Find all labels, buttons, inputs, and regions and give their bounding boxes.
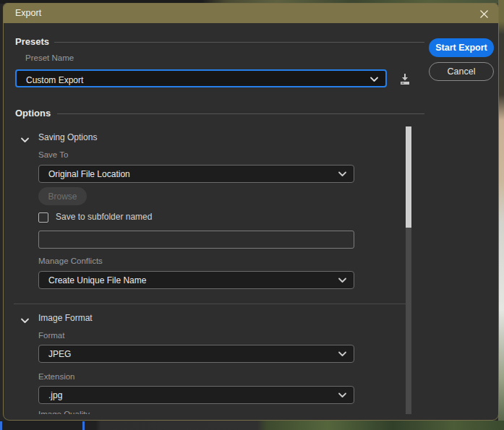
save-preset-button[interactable] <box>398 73 412 89</box>
extension-value: .jpg <box>48 390 62 400</box>
options-divider <box>57 113 424 114</box>
scrollbar[interactable] <box>406 126 411 414</box>
image-format-collapse-toggle[interactable] <box>20 314 30 327</box>
chevron-down-icon <box>338 392 347 399</box>
chevron-down-icon <box>20 137 30 144</box>
background-accent-mark <box>0 421 2 430</box>
export-dialog: Export Presets Start Export Cancel Prese… <box>3 3 499 421</box>
preset-name-select[interactable]: Custom Export <box>15 69 387 87</box>
subfolder-checkbox[interactable] <box>38 212 48 223</box>
background-accent-mark <box>82 421 85 430</box>
manage-conflicts-label: Manage Conflicts <box>38 257 103 265</box>
extension-label: Extension <box>38 372 75 381</box>
subfolder-checkbox-label: Save to subfolder named <box>56 212 152 222</box>
options-heading: Options <box>15 108 51 119</box>
saving-options-section-label: Saving Options <box>38 132 97 142</box>
save-to-value: Original File Location <box>48 169 130 179</box>
start-export-button[interactable]: Start Export <box>429 38 494 57</box>
format-label: Format <box>38 331 64 340</box>
background-photo-right <box>498 0 504 430</box>
preset-name-label: Preset Name <box>25 53 74 62</box>
browse-button[interactable]: Browse <box>38 187 87 205</box>
presets-heading: Presets <box>15 36 49 47</box>
dialog-titlebar: Export <box>4 4 498 23</box>
background-photo-bottom <box>0 421 504 430</box>
cancel-button[interactable]: Cancel <box>429 62 494 81</box>
format-select[interactable]: JPEG <box>38 345 354 363</box>
image-format-section-label: Image Format <box>38 313 93 323</box>
saving-options-collapse-toggle[interactable] <box>20 134 30 147</box>
save-to-label: Save To <box>38 150 68 159</box>
image-quality-label: Image Quality <box>38 410 90 414</box>
manage-conflicts-value: Create Unique File Name <box>48 275 146 285</box>
close-button[interactable] <box>477 7 491 21</box>
options-scroll-area: Saving Options Save To Original File Loc… <box>4 124 414 414</box>
save-to-select[interactable]: Original File Location <box>38 165 354 183</box>
chevron-down-icon <box>338 277 347 284</box>
save-preset-icon <box>398 73 412 86</box>
chevron-down-icon <box>338 171 347 178</box>
format-value: JPEG <box>48 349 71 359</box>
scrollbar-thumb[interactable] <box>406 126 411 228</box>
section-divider <box>14 304 410 304</box>
subfolder-name-input[interactable] <box>38 231 354 249</box>
close-icon <box>479 9 489 19</box>
dialog-title: Export <box>15 8 41 18</box>
chevron-down-icon <box>20 317 30 324</box>
extension-select[interactable]: .jpg <box>38 386 354 404</box>
manage-conflicts-select[interactable]: Create Unique File Name <box>38 271 354 289</box>
presets-divider <box>54 42 424 43</box>
preset-name-value: Custom Export <box>26 75 83 85</box>
chevron-down-icon <box>338 351 347 358</box>
chevron-down-icon <box>370 76 379 83</box>
